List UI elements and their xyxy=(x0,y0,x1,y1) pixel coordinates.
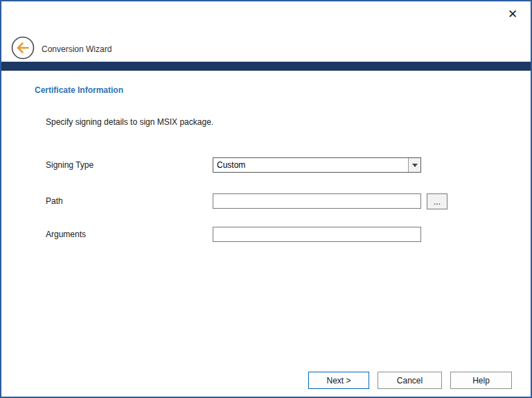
signing-type-label: Signing Type xyxy=(46,160,94,170)
arguments-input[interactable] xyxy=(213,227,421,242)
back-button[interactable] xyxy=(11,36,35,60)
wizard-title: Conversion Wizard xyxy=(42,44,112,54)
header-separator-band xyxy=(1,62,531,71)
close-button[interactable]: ✕ xyxy=(504,6,521,22)
chevron-down-icon xyxy=(412,164,418,167)
path-label: Path xyxy=(46,196,63,206)
signing-type-dropdown-button[interactable] xyxy=(408,158,420,172)
page-heading: Certificate Information xyxy=(35,85,123,95)
browse-button[interactable]: ... xyxy=(427,193,447,209)
help-button[interactable]: Help xyxy=(450,372,512,389)
arguments-label: Arguments xyxy=(46,230,86,239)
signing-type-value: Custom xyxy=(213,158,408,172)
page-description: Specify signing details to sign MSIX pac… xyxy=(46,117,213,127)
close-icon: ✕ xyxy=(508,7,517,21)
conversion-wizard-dialog: ✕ Conversion Wizard Certificate Informat… xyxy=(0,0,532,398)
back-arrow-icon xyxy=(11,36,35,60)
next-button[interactable]: Next > xyxy=(308,372,369,389)
signing-type-combobox[interactable]: Custom xyxy=(213,157,421,173)
path-input[interactable] xyxy=(213,193,421,209)
cancel-button[interactable]: Cancel xyxy=(378,372,442,389)
